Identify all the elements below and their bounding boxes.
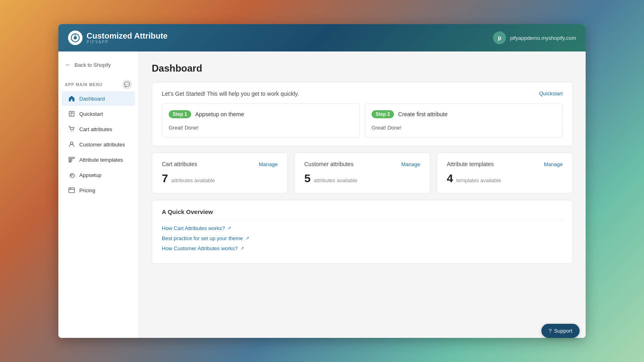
stat-card-cart: Cart attributes Manage 7 attributes avai…: [152, 152, 288, 193]
chat-icon: 💬: [122, 80, 132, 89]
stat-label-customer: Customer attributes: [304, 161, 353, 167]
stat-number-customer: 5: [304, 172, 311, 185]
overview-link-3-text: How Customer Attributes works?: [162, 245, 238, 251]
logo-area: Customized Attribute PIFYAPP: [68, 31, 167, 45]
step-2-header: Step 2 Create first attribute: [372, 110, 556, 118]
sidebar: ← Back to Shopify APP MAIN MENU 💬 Dashbo…: [58, 51, 139, 338]
getting-started-card: Let's Get Started! This will help you ge…: [152, 82, 573, 146]
support-label: Support: [554, 328, 572, 334]
support-icon: ?: [549, 328, 551, 334]
external-icon-1: ↗: [227, 226, 231, 231]
stats-row: Cart attributes Manage 7 attributes avai…: [152, 152, 573, 193]
sidebar-label-cart-attributes: Cart attributes: [79, 126, 112, 132]
stat-label-cart: Cart attributes: [162, 161, 197, 167]
back-arrow-icon: ←: [65, 61, 71, 68]
quickstart-icon: [68, 110, 75, 117]
user-domain: pifyappdemo.myshopify.com: [510, 35, 576, 41]
cart-icon: [68, 125, 75, 133]
svg-point-8: [70, 142, 73, 144]
overview-link-2[interactable]: Best practice for set up your theme ↗: [162, 235, 563, 241]
back-to-shopify-button[interactable]: ← Back to Shopify: [58, 58, 138, 72]
gs-header: Let's Get Started! This will help you ge…: [162, 90, 563, 97]
step-1-title: Appsetup on theme: [195, 111, 244, 117]
home-icon: [68, 95, 75, 102]
app-header: Customized Attribute PIFYAPP p pifyappde…: [58, 24, 586, 51]
stat-header-customer: Customer attributes Manage: [304, 161, 420, 167]
sidebar-item-dashboard[interactable]: Dashboard: [62, 91, 135, 106]
sidebar-item-cart-attributes[interactable]: Cart attributes: [62, 122, 135, 136]
step-1-header: Step 1 Appsetup on theme: [169, 110, 353, 118]
manage-cart-link[interactable]: Manage: [259, 161, 278, 167]
main-content: Dashboard Let's Get Started! This will h…: [139, 51, 586, 338]
step-1-badge: Step 1: [169, 110, 191, 118]
stat-value-customer: 5 attributes available: [304, 172, 420, 185]
sidebar-item-customer-attributes[interactable]: Customer attributes: [62, 137, 135, 152]
sidebar-label-dashboard: Dashboard: [79, 96, 105, 102]
logo-icon: [68, 31, 83, 45]
app-body: ← Back to Shopify APP MAIN MENU 💬 Dashbo…: [58, 51, 586, 338]
svg-rect-9: [69, 157, 74, 158]
stat-card-templates: Attribute templates Manage 4 templates a…: [437, 152, 573, 193]
stat-value-templates: 4 templates available: [447, 172, 563, 185]
sidebar-item-pricing[interactable]: Pricing: [62, 183, 135, 197]
svg-rect-10: [69, 159, 72, 160]
overview-link-1[interactable]: How Cart Attributes works? ↗: [162, 225, 563, 231]
external-icon-3: ↗: [240, 246, 244, 251]
quickstart-link[interactable]: Quickstart: [539, 90, 563, 97]
sidebar-item-attribute-templates[interactable]: Attribute templates: [62, 152, 135, 167]
support-button[interactable]: ? Support: [541, 324, 580, 338]
sidebar-item-appsetup[interactable]: Appsetup: [62, 168, 135, 182]
svg-point-7: [73, 131, 74, 132]
sidebar-label-appsetup: Appsetup: [79, 172, 101, 178]
page-title: Dashboard: [152, 63, 573, 74]
sidebar-item-quickstart[interactable]: Quickstart: [62, 107, 135, 121]
stat-value-cart: 7 attributes available: [162, 172, 278, 185]
app-subtitle: PIFYAPP: [87, 40, 167, 44]
sidebar-label-pricing: Pricing: [79, 187, 95, 193]
stat-desc-customer: attributes available: [314, 177, 357, 183]
user-avatar: p: [493, 31, 506, 44]
step-2-badge: Step 2: [372, 110, 394, 118]
overview-content: A Quick Overview How Cart Attributes wor…: [152, 200, 572, 263]
overview-link-1-text: How Cart Attributes works?: [162, 225, 225, 231]
sidebar-label-customer-attributes: Customer attributes: [79, 142, 125, 148]
stat-number-templates: 4: [447, 172, 453, 185]
customer-icon: [68, 141, 75, 148]
step-1-status: Great! Done!: [169, 125, 353, 131]
overview-link-3[interactable]: How Customer Attributes works? ↗: [162, 245, 563, 251]
step-2-card: Step 2 Create first attribute Great! Don…: [365, 103, 563, 138]
pricing-icon: [68, 187, 75, 194]
overview-link-2-text: Best practice for set up your theme: [162, 235, 243, 241]
external-icon-2: ↗: [246, 236, 249, 241]
overview-card: A Quick Overview How Cart Attributes wor…: [152, 200, 573, 264]
step-1-card: Step 1 Appsetup on theme Great! Done!: [162, 103, 360, 138]
steps-row: Step 1 Appsetup on theme Great! Done! St…: [162, 103, 563, 146]
svg-point-6: [71, 131, 72, 132]
svg-rect-12: [69, 188, 74, 193]
menu-section-label: APP MAIN MENU 💬: [58, 76, 138, 91]
sidebar-label-attribute-templates: Attribute templates: [79, 157, 123, 163]
app-title: Customized Attribute: [87, 32, 167, 40]
svg-rect-11: [69, 161, 71, 162]
gear-icon: [68, 171, 75, 179]
stat-label-templates: Attribute templates: [447, 161, 494, 167]
app-window: Customized Attribute PIFYAPP p pifyappde…: [58, 24, 586, 338]
stat-number-cart: 7: [162, 172, 168, 185]
step-2-title: Create first attribute: [398, 111, 448, 117]
stat-header-cart: Cart attributes Manage: [162, 161, 278, 167]
stat-desc-cart: attributes available: [171, 177, 215, 183]
sidebar-label-quickstart: Quickstart: [79, 111, 103, 117]
header-title-group: Customized Attribute PIFYAPP: [87, 32, 167, 44]
stat-desc-templates: templates available: [456, 177, 501, 183]
step-2-status: Great! Done!: [372, 125, 556, 131]
stat-header-templates: Attribute templates Manage: [447, 161, 563, 167]
user-info: p pifyappdemo.myshopify.com: [493, 31, 576, 44]
overview-title: A Quick Overview: [162, 208, 563, 220]
manage-templates-link[interactable]: Manage: [544, 161, 563, 167]
gs-intro-text: Let's Get Started! This will help you ge…: [162, 90, 299, 97]
manage-customer-link[interactable]: Manage: [401, 161, 420, 167]
back-label: Back to Shopify: [74, 62, 111, 68]
templates-icon: [68, 156, 75, 163]
stat-card-customer: Customer attributes Manage 5 attributes …: [294, 152, 430, 193]
